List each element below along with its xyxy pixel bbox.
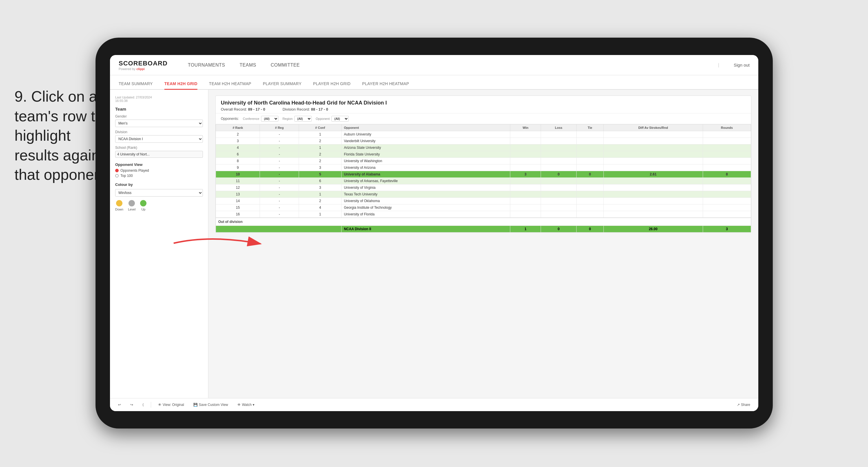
sign-out-button[interactable]: Sign out <box>734 62 750 67</box>
table-row[interactable]: 12-3 University of Virginia <box>216 184 751 191</box>
sidebar-division-label: Division <box>115 130 203 134</box>
tab-team-summary[interactable]: TEAM SUMMARY <box>119 79 153 90</box>
legend-down-label: Down <box>115 208 123 211</box>
division-record-label: Division Record: 88 - 17 - 0 <box>282 107 328 112</box>
radio-opponents-played-label: Opponents Played <box>120 169 149 173</box>
out-division-row[interactable]: NCAA Division II 1 0 0 26.00 3 <box>216 226 751 232</box>
tablet-frame: SCOREBOARD Powered by clippi TOURNAMENTS… <box>95 38 773 429</box>
out-division-diff: 26.00 <box>603 226 703 232</box>
tab-team-h2h-heatmap[interactable]: TEAM H2H HEATMAP <box>209 79 251 90</box>
radio-top100-label: Top 100 <box>120 174 133 178</box>
redo-button[interactable]: ↪ <box>128 402 135 408</box>
undo-button[interactable]: ↩ <box>116 402 123 408</box>
region-filter-select[interactable]: (All) <box>294 116 312 122</box>
nav-committee[interactable]: COMMITTEE <box>271 61 300 69</box>
table-row[interactable]: 13-1 Texas Tech University <box>216 191 751 198</box>
table-row[interactable]: 4-1 Arizona State University <box>216 144 751 151</box>
logo-powered: Powered by clippi <box>119 67 167 71</box>
watch-icon: 👁 <box>237 403 241 407</box>
bottom-toolbar: ↩ ↪ ⟨ 👁 View: Original 💾 Save Custom Vie… <box>110 398 758 411</box>
opponent-filter-select[interactable]: (All) <box>332 116 349 122</box>
table-row-highlighted[interactable]: 10-5 University of Alabama 3002.618 <box>216 171 751 178</box>
opponent-filter-label: Opponent <box>316 117 330 120</box>
radio-dot-selected <box>115 169 119 172</box>
table-row[interactable]: 16-1 University of Florida <box>216 211 751 218</box>
out-division-rounds: 3 <box>703 226 751 232</box>
colour-by-select[interactable]: Win/loss <box>115 189 203 197</box>
logo-area: SCOREBOARD Powered by clippi <box>119 60 167 71</box>
share-icon: ↗ <box>737 403 740 407</box>
conference-filter: Conference (All) <box>243 116 278 122</box>
grid-header: University of North Carolina Head-to-Hea… <box>216 96 751 114</box>
opponent-filter: Opponent (All) <box>316 116 349 122</box>
sidebar-team-title: Team <box>115 107 203 112</box>
legend-level: Level <box>128 200 135 211</box>
sidebar-gender-select[interactable]: Men's <box>115 120 203 127</box>
col-loss: Loss <box>541 124 577 131</box>
logo-scoreboard: SCOREBOARD <box>119 60 167 67</box>
logo-brand: clippi <box>136 67 145 71</box>
out-division-section: Out of division <box>216 218 751 226</box>
table-row[interactable]: 3-2 Vanderbilt University <box>216 138 751 144</box>
tab-player-summary[interactable]: PLAYER SUMMARY <box>263 79 302 90</box>
table-row[interactable]: 14-2 University of Oklahoma <box>216 198 751 204</box>
region-filter-label: Region <box>282 117 292 120</box>
grid-title: University of North Carolina Head-to-Hea… <box>221 100 746 106</box>
col-rank: # Rank <box>216 124 260 131</box>
legend-up-dot <box>140 200 147 206</box>
sidebar-gender-label: Gender <box>115 114 203 118</box>
tab-team-h2h-grid[interactable]: TEAM H2H GRID <box>164 79 197 90</box>
table-row[interactable]: 11-6 University of Arkansas, Fayettevill… <box>216 178 751 184</box>
out-division-tie: 0 <box>576 226 603 232</box>
colour-by-title: Colour by <box>115 182 203 187</box>
conference-filter-select[interactable]: (All) <box>261 116 278 122</box>
view-original-button[interactable]: 👁 View: Original <box>156 402 186 408</box>
colour-legend: Down Level Up <box>115 200 203 211</box>
grid-area: University of North Carolina Head-to-Hea… <box>208 90 758 398</box>
save-custom-view-button[interactable]: 💾 Save Custom View <box>191 402 230 408</box>
conference-filter-label: Conference <box>243 117 259 120</box>
sidebar-division-select[interactable]: NCAA Division I <box>115 135 203 143</box>
eye-icon: 👁 <box>158 403 161 407</box>
col-diff: Diff Av Strokes/Rnd <box>603 124 703 131</box>
scene: 9. Click on a team's row to highlight re… <box>0 0 868 467</box>
nav-separator: | <box>718 62 719 68</box>
radio-top100[interactable]: Top 100 <box>115 174 203 178</box>
radio-opponents-played[interactable]: Opponents Played <box>115 169 203 173</box>
opponent-view-title: Opponent View <box>115 163 203 167</box>
top-nav: SCOREBOARD Powered by clippi TOURNAMENTS… <box>110 55 758 75</box>
step-back-button[interactable]: ⟨ <box>140 402 146 408</box>
out-division-label: Out of division <box>216 218 751 226</box>
grid-card: University of North Carolina Head-to-Hea… <box>215 95 751 233</box>
out-division-loss: 0 <box>541 226 577 232</box>
table-row[interactable]: 2-1 Auburn University <box>216 131 751 138</box>
table-row[interactable]: 8-2 University of Washington <box>216 158 751 165</box>
nav-teams[interactable]: TEAMS <box>240 61 256 69</box>
grid-records: Overall Record: 89 - 17 - 0 Division Rec… <box>221 107 746 112</box>
col-reg: # Reg <box>260 124 299 131</box>
sidebar-timestamp: Last Updated: 27/03/2024 16:55:38 <box>115 95 203 103</box>
sidebar: Last Updated: 27/03/2024 16:55:38 Team G… <box>110 90 208 398</box>
overall-record-label: Overall Record: 89 - 17 - 0 <box>221 107 265 112</box>
table-row[interactable]: 9-3 University of Arizona <box>216 165 751 171</box>
table-row[interactable]: 15-4 Georgia Institute of Technology <box>216 204 751 211</box>
tab-player-h2h-grid[interactable]: PLAYER H2H GRID <box>313 79 351 90</box>
legend-down-dot <box>116 200 122 206</box>
radio-dot-empty <box>115 174 119 177</box>
legend-up: Up <box>140 200 147 211</box>
filter-row: Opponents: Conference (All) Region ( <box>216 114 751 124</box>
tab-player-h2h-heatmap[interactable]: PLAYER H2H HEATMAP <box>362 79 409 90</box>
legend-level-dot <box>128 200 135 206</box>
h2h-table: # Rank # Reg # Conf Opponent Win Loss Ti… <box>216 124 751 232</box>
share-button[interactable]: ↗ Share <box>735 402 752 408</box>
legend-down: Down <box>115 200 123 211</box>
opponents-label: Opponents: <box>221 117 239 121</box>
save-icon: 💾 <box>193 403 198 407</box>
tablet-screen: SCOREBOARD Powered by clippi TOURNAMENTS… <box>110 55 758 411</box>
table-row[interactable]: 6-2 Florida State University <box>216 151 751 158</box>
legend-up-label: Up <box>141 208 145 211</box>
sub-nav: TEAM SUMMARY TEAM H2H GRID TEAM H2H HEAT… <box>110 75 758 90</box>
nav-tournaments[interactable]: TOURNAMENTS <box>188 61 225 69</box>
watch-button[interactable]: 👁 Watch ▾ <box>235 402 257 408</box>
col-rounds: Rounds <box>703 124 751 131</box>
